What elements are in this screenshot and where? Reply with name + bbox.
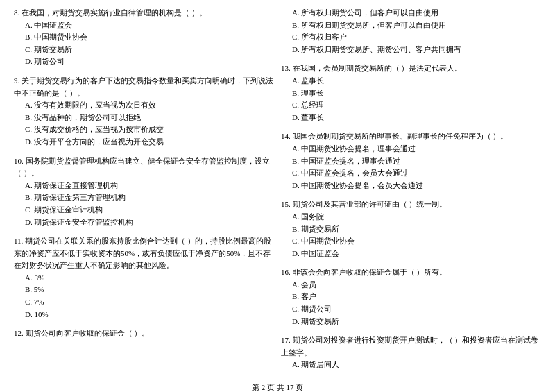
- q14-option-c: C. 中国证监会提名，会员大会通过: [281, 167, 541, 180]
- q13-option-a: A. 监事长: [281, 75, 541, 87]
- question-12-text: 12. 期货公司向客户收取的保证金（ ）。: [14, 327, 274, 340]
- question-8: 8. 在我国，对期货交易实施行业自律管理的机构是（ ）。 A. 中国证监会 B.…: [14, 7, 274, 68]
- q12-option-a: A. 所有权归期货公司，但客户可以自由使用: [281, 7, 541, 19]
- question-17: 17. 期货公司对投资者进行投资期货开户测试时，（ ）和投资者应当在测试卷上签字…: [281, 334, 541, 371]
- q16-option-d: D. 期货交易所: [281, 316, 541, 328]
- q8-option-a: A. 中国证监会: [14, 19, 274, 32]
- q12-option-c: C. 所有权归客户: [281, 31, 541, 44]
- q14-option-a: A. 中国期货业协会提名，理事会通过: [281, 143, 541, 155]
- question-11: 11. 期货公司在关联关系的股东持股比例合计达到（ ）的，持股比例最高的股东的净…: [14, 235, 274, 321]
- q11-option-b: B. 5%: [14, 284, 274, 296]
- question-11-text: 11. 期货公司在关联关系的股东持股比例合计达到（ ）的，持股比例最高的股东的净…: [14, 235, 274, 272]
- q14-option-b: B. 中国证监会提名，理事会通过: [281, 155, 541, 168]
- question-14-text: 14. 我国会员制期货交易所的理事长、副理事长的任免程序为（ ）。: [281, 130, 541, 143]
- page-number: 第 2 页 共 17 页: [252, 383, 303, 391]
- q11-option-a: A. 3%: [14, 272, 274, 284]
- q8-option-b: B. 中国期货业协会: [14, 31, 274, 44]
- q10-option-c: C. 期货保证金审计机构: [14, 204, 274, 216]
- q8-option-d: D. 期货公司: [14, 56, 274, 68]
- q16-option-c: C. 期货公司: [281, 303, 541, 316]
- question-12: 12. 期货公司向客户收取的保证金（ ）。: [14, 327, 274, 340]
- q13-option-c: C. 总经理: [281, 99, 541, 112]
- q11-option-d: D. 10%: [14, 309, 274, 321]
- question-9-text: 9. 关于期货交易行为的客户下达的交易指令数量和买卖方向明确时，下列说法中不正确…: [14, 75, 274, 99]
- q13-option-d: D. 董事长: [281, 112, 541, 124]
- q14-option-d: D. 中国期货业协会提名，会员大会通过: [281, 180, 541, 192]
- question-10-text: 10. 国务院期货监督管理机构应当建立、健全保证金安全存管监控制度，设立（ ）。: [14, 155, 274, 180]
- question-16-text: 16. 非该会会向客户收取的保证金属于（ ）所有。: [281, 266, 541, 279]
- left-column: 8. 在我国，对期货交易实施行业自律管理的机构是（ ）。 A. 中国证监会 B.…: [14, 7, 274, 375]
- q12-option-d: D. 所有权归期货交易所、期货公司、客户共同拥有: [281, 44, 541, 56]
- question-12-options: A. 所有权归期货公司，但客户可以自由使用 B. 所有权归期货交易所，但客户可以…: [281, 7, 541, 56]
- question-17-text: 17. 期货公司对投资者进行投资期货开户测试时，（ ）和投资者应当在测试卷上签字…: [281, 334, 541, 359]
- q10-option-a: A. 期货保证金直接管理机构: [14, 180, 274, 192]
- q15-option-b: B. 期货交易所: [281, 223, 541, 236]
- q17-option-a: A. 期货居间人: [281, 359, 541, 371]
- q9-option-c: C. 没有成交价格的，应当视为按市价成交: [14, 123, 274, 136]
- q16-option-a: A. 会员: [281, 279, 541, 291]
- question-15: 15. 期货公司及其营业部的许可证由（ ）统一制。 A. 国务院 B. 期货交易…: [281, 198, 541, 259]
- q9-option-a: A. 没有有效期限的，应当视为次日有效: [14, 99, 274, 112]
- q10-option-d: D. 期货保证金安全存管监控机构: [14, 216, 274, 229]
- question-16: 16. 非该会会向客户收取的保证金属于（ ）所有。 A. 会员 B. 客户 C.…: [281, 266, 541, 327]
- q11-option-c: C. 7%: [14, 296, 274, 309]
- question-10: 10. 国务院期货监督管理机构应当建立、健全保证金安全存管监控制度，设立（ ）。…: [14, 155, 274, 229]
- q15-option-a: A. 国务院: [281, 211, 541, 223]
- question-13-text: 13. 在我国，会员制期货交易所的（ ）是法定代表人。: [281, 62, 541, 75]
- q12-option-b: B. 所有权归期货交易所，但客户可以自由使用: [281, 19, 541, 32]
- q9-option-b: B. 没有品种的，期货公司可以拒绝: [14, 112, 274, 124]
- question-9: 9. 关于期货交易行为的客户下达的交易指令数量和买卖方向明确时，下列说法中不正确…: [14, 75, 274, 148]
- page-footer: 第 2 页 共 17 页: [14, 382, 541, 392]
- q15-option-d: D. 中国证监会: [281, 248, 541, 260]
- q16-option-b: B. 客户: [281, 291, 541, 303]
- question-13: 13. 在我国，会员制期货交易所的（ ）是法定代表人。 A. 监事长 B. 理事…: [281, 62, 541, 123]
- question-8-text: 8. 在我国，对期货交易实施行业自律管理的机构是（ ）。: [14, 7, 274, 19]
- right-column: A. 所有权归期货公司，但客户可以自由使用 B. 所有权归期货交易所，但客户可以…: [281, 7, 541, 375]
- q15-option-c: C. 中国期货业协会: [281, 235, 541, 248]
- q10-option-b: B. 期货保证金第三方管理机构: [14, 191, 274, 204]
- question-15-text: 15. 期货公司及其营业部的许可证由（ ）统一制。: [281, 198, 541, 211]
- q9-option-d: D. 没有开平仓方向的，应当视为开仓交易: [14, 136, 274, 148]
- question-14: 14. 我国会员制期货交易所的理事长、副理事长的任免程序为（ ）。 A. 中国期…: [281, 130, 541, 191]
- page-container: 8. 在我国，对期货交易实施行业自律管理的机构是（ ）。 A. 中国证监会 B.…: [14, 7, 541, 375]
- q8-option-c: C. 期货交易所: [14, 44, 274, 56]
- q13-option-b: B. 理事长: [281, 87, 541, 100]
